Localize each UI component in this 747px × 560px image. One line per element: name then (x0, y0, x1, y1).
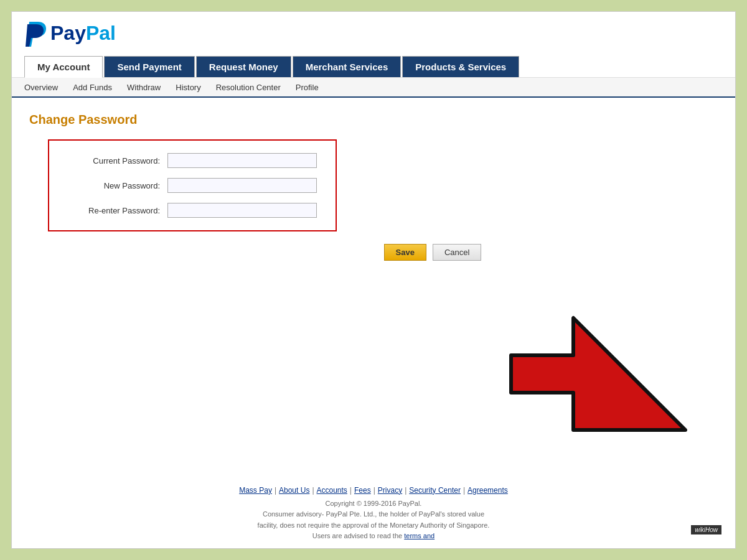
subnav-add-funds[interactable]: Add Funds (73, 79, 112, 96)
footer-link-agreements[interactable]: Agreements (467, 486, 508, 495)
paypal-p-icon (24, 19, 47, 47)
footer-link-accounts[interactable]: Accounts (317, 486, 347, 495)
save-button[interactable]: Save (384, 244, 426, 261)
paypal-logo: PayPal (24, 19, 116, 47)
button-row: Save Cancel (48, 244, 718, 261)
page-title: Change Password (29, 113, 718, 127)
current-password-input[interactable] (167, 153, 317, 168)
logo-area: PayPal (24, 19, 723, 53)
footer-copyright: Copyright © 1999-2016 PayPal. (24, 498, 723, 510)
tab-products-services[interactable]: Products & Services (402, 56, 519, 77)
change-password-form: Current Password: New Password: Re-enter… (48, 139, 337, 231)
paypal-wordmark: PayPal (50, 22, 116, 45)
annotation-arrow (474, 256, 710, 474)
footer-link-fees[interactable]: Fees (354, 486, 371, 495)
reenter-password-input[interactable] (167, 203, 317, 218)
svg-marker-0 (511, 318, 685, 430)
tab-request-money[interactable]: Request Money (196, 56, 291, 77)
main-nav: My Account Send Payment Request Money Me… (24, 55, 723, 77)
subnav-history[interactable]: History (176, 79, 200, 96)
tab-send-payment[interactable]: Send Payment (104, 56, 194, 77)
tab-merchant-services[interactable]: Merchant Services (293, 56, 402, 77)
subnav-profile[interactable]: Profile (296, 79, 319, 96)
header: PayPal My Account Send Payment Request M… (12, 12, 735, 78)
footer-advisory-1: Consumer advisory- PayPal Pte. Ltd., the… (24, 509, 723, 520)
footer-link-about-us[interactable]: About Us (279, 486, 309, 495)
footer-advisory-3: Users are advised to read the terms and (24, 531, 723, 542)
footer-advisory-2: facility, does not require the approval … (24, 520, 723, 531)
subnav-overview[interactable]: Overview (24, 79, 58, 96)
content-area: Change Password Current Password: New Pa… (12, 98, 735, 276)
new-password-label: New Password: (68, 181, 167, 190)
reenter-password-row: Re-enter Password: (68, 203, 317, 218)
current-password-row: Current Password: (68, 153, 317, 168)
footer-link-security[interactable]: Security Center (409, 486, 461, 495)
footer-links: Mass Pay | About Us | Accounts | Fees | … (24, 486, 723, 495)
footer-link-mass-pay[interactable]: Mass Pay (239, 486, 272, 495)
new-password-input[interactable] (167, 178, 317, 193)
current-password-label: Current Password: (68, 156, 167, 166)
subnav-resolution-center[interactable]: Resolution Center (216, 79, 281, 96)
sub-nav: Overview Add Funds Withdraw History Reso… (12, 78, 735, 98)
footer-terms-link[interactable]: terms and (404, 532, 435, 539)
footer: Mass Pay | About Us | Accounts | Fees | … (12, 486, 735, 542)
reenter-password-label: Re-enter Password: (68, 206, 167, 215)
subnav-withdraw[interactable]: Withdraw (127, 79, 161, 96)
cancel-button[interactable]: Cancel (433, 244, 481, 261)
tab-my-account[interactable]: My Account (24, 56, 103, 78)
footer-link-privacy[interactable]: Privacy (378, 486, 402, 495)
wikihow-badge: wikiHow (691, 525, 721, 534)
new-password-row: New Password: (68, 178, 317, 193)
